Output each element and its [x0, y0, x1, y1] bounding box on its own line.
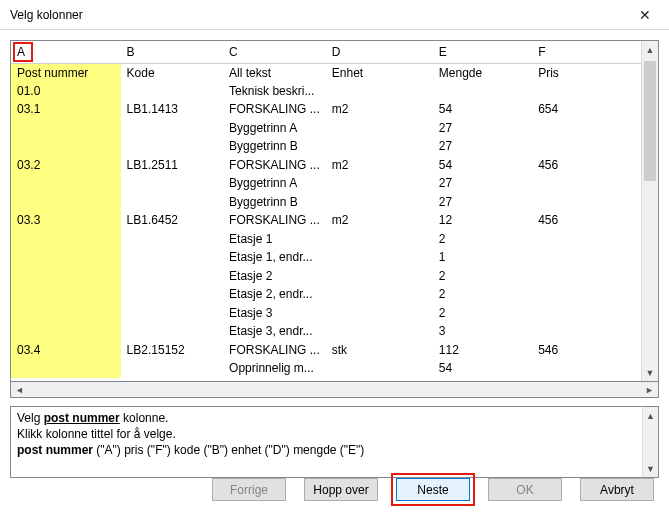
cell: 03.3 — [11, 211, 121, 230]
cell: 27 — [433, 174, 532, 193]
instruction-panel: Velg post nummer kolonne. Klikk kolonne … — [10, 406, 659, 478]
scroll-right-icon[interactable]: ► — [641, 385, 658, 395]
cell: Etasje 1, endr... — [223, 248, 326, 267]
cell: 12 — [433, 211, 532, 230]
cell — [11, 248, 121, 267]
table-row: Etasje 3, endr...3 — [11, 322, 641, 341]
table-row: 01.0Teknisk beskri... — [11, 82, 641, 101]
cell: stk — [326, 341, 433, 360]
table-row: Etasje 32 — [11, 304, 641, 323]
column-header-d[interactable]: D — [326, 41, 433, 63]
grid-vscrollbar[interactable]: ▲ ▼ — [641, 41, 658, 381]
ok-button: OK — [488, 478, 562, 501]
content-area: A B C D E F Post nummerKodeAll tekstEnhe… — [0, 30, 669, 484]
cell: 03.2 — [11, 156, 121, 175]
cell — [532, 267, 641, 286]
cell: Kode — [121, 63, 224, 82]
cell — [11, 137, 121, 156]
scroll-down-icon[interactable]: ▼ — [642, 364, 658, 381]
cell — [326, 174, 433, 193]
cell — [433, 82, 532, 101]
next-button[interactable]: Neste — [396, 478, 470, 501]
cell: Etasje 3 — [223, 304, 326, 323]
cell — [121, 82, 224, 101]
cell: 54 — [433, 100, 532, 119]
cancel-button[interactable]: Avbryt — [580, 478, 654, 501]
close-icon[interactable]: ✕ — [625, 1, 665, 29]
cell: Pris — [532, 63, 641, 82]
cell — [121, 230, 224, 249]
cell: FORSKALING ... — [223, 341, 326, 360]
cell — [121, 322, 224, 341]
cell: 27 — [433, 193, 532, 212]
previous-button: Forrige — [212, 478, 286, 501]
instruction-vscrollbar[interactable]: ▲ ▼ — [642, 406, 659, 478]
instruction-line-1: Velg post nummer kolonne. — [17, 410, 636, 426]
text-bold: post nummer — [44, 411, 120, 425]
cell: All tekst — [223, 63, 326, 82]
table-row: Byggetrinn B27 — [11, 137, 641, 156]
cell: 54 — [433, 359, 532, 378]
cell — [11, 174, 121, 193]
cell — [11, 359, 121, 378]
text: Velg — [17, 411, 44, 425]
cell — [532, 285, 641, 304]
cell — [532, 137, 641, 156]
cell: 2 — [433, 267, 532, 286]
cell — [326, 322, 433, 341]
cell — [532, 82, 641, 101]
cell: 2 — [433, 285, 532, 304]
cell — [121, 304, 224, 323]
cell: 2 — [433, 230, 532, 249]
scroll-left-icon[interactable]: ◄ — [11, 385, 28, 395]
cell — [532, 119, 641, 138]
cell: 03.4 — [11, 341, 121, 360]
column-header-e[interactable]: E — [433, 41, 532, 63]
cell: 1 — [433, 248, 532, 267]
cell — [532, 230, 641, 249]
table-row: Byggetrinn A27 — [11, 174, 641, 193]
grid-hscrollbar[interactable]: ◄ ► — [10, 381, 659, 398]
column-header-b[interactable]: B — [121, 41, 224, 63]
cell: LB1.1413 — [121, 100, 224, 119]
table-row: Byggetrinn A27 — [11, 119, 641, 138]
text: ("A") pris ("F") kode ("B") enhet ("D") … — [93, 443, 364, 457]
cell: m2 — [326, 156, 433, 175]
cell — [326, 304, 433, 323]
column-header-a[interactable]: A — [11, 41, 121, 63]
cell: LB1.6452 — [121, 211, 224, 230]
cell: Mengde — [433, 63, 532, 82]
cell: 54 — [433, 156, 532, 175]
table-row: Post nummerKodeAll tekstEnhetMengdePris — [11, 63, 641, 82]
table-row: Etasje 22 — [11, 267, 641, 286]
cell: Teknisk beskri... — [223, 82, 326, 101]
cell — [532, 248, 641, 267]
table-row: Opprinnelig m...54 — [11, 359, 641, 378]
scroll-up-icon[interactable]: ▲ — [643, 407, 658, 424]
cell: m2 — [326, 100, 433, 119]
table-row: 03.4LB2.15152FORSKALING ...stk112546 — [11, 341, 641, 360]
cell: Etasje 1 — [223, 230, 326, 249]
skip-button[interactable]: Hopp over — [304, 478, 378, 501]
cell — [121, 359, 224, 378]
cell — [532, 322, 641, 341]
cell — [11, 193, 121, 212]
cell — [11, 322, 121, 341]
cell: FORSKALING ... — [223, 211, 326, 230]
cell — [121, 193, 224, 212]
column-header-f[interactable]: F — [532, 41, 641, 63]
column-header-c[interactable]: C — [223, 41, 326, 63]
instruction-line-3: post nummer ("A") pris ("F") kode ("B") … — [17, 442, 636, 458]
cell: 2 — [433, 304, 532, 323]
cell: 456 — [532, 211, 641, 230]
table-row: Etasje 2, endr...2 — [11, 285, 641, 304]
cell: m2 — [326, 211, 433, 230]
cell: Byggetrinn A — [223, 119, 326, 138]
cell — [11, 304, 121, 323]
cell — [326, 137, 433, 156]
instruction-text: Velg post nummer kolonne. Klikk kolonne … — [10, 406, 642, 478]
scroll-up-icon[interactable]: ▲ — [642, 41, 658, 58]
cell — [326, 285, 433, 304]
scroll-thumb[interactable] — [644, 61, 656, 181]
cell: LB1.2511 — [121, 156, 224, 175]
